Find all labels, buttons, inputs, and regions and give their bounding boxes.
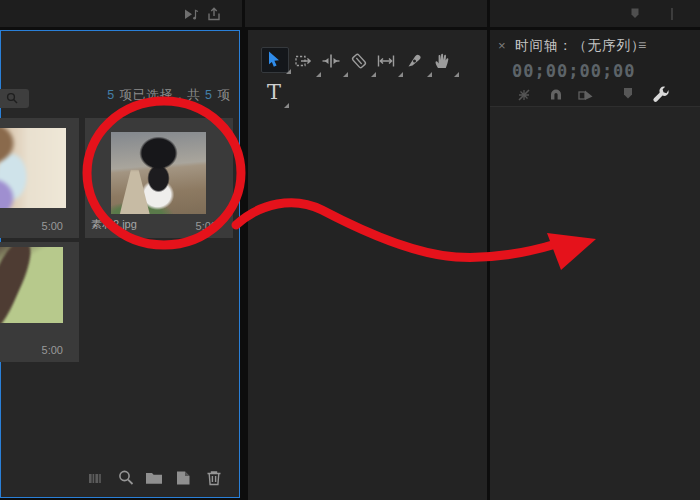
thumbnail-road-photo bbox=[111, 132, 206, 214]
automate-to-sequence-icon[interactable] bbox=[85, 467, 107, 489]
panel-menu-icon[interactable]: ≡ bbox=[638, 37, 646, 53]
selection-arrow-icon bbox=[267, 51, 282, 68]
media-item-sucai2[interactable]: 素材2.jpg5:00 bbox=[85, 118, 233, 238]
media-item-illustration[interactable]: 5:00 bbox=[0, 242, 79, 362]
razor-tool[interactable] bbox=[349, 51, 373, 75]
export-frame-icon[interactable] bbox=[206, 6, 222, 22]
search-icon bbox=[6, 92, 19, 105]
media-duration: 5:00 bbox=[196, 220, 217, 232]
find-icon[interactable] bbox=[115, 467, 137, 489]
pen-tool[interactable] bbox=[405, 51, 429, 75]
hand-tool[interactable] bbox=[432, 51, 456, 75]
play-with-audio-icon[interactable] bbox=[183, 6, 199, 22]
track-select-forward-tool[interactable] bbox=[294, 51, 318, 75]
nest-sequences-icon[interactable] bbox=[514, 85, 534, 105]
type-tool[interactable]: T bbox=[262, 80, 286, 106]
delete-icon[interactable] bbox=[203, 467, 225, 489]
project-panel-footer bbox=[1, 467, 239, 489]
search-input[interactable] bbox=[0, 89, 29, 108]
panel-divider-icon bbox=[668, 6, 684, 22]
add-marker-icon[interactable] bbox=[620, 85, 640, 105]
marker-icon[interactable] bbox=[628, 6, 644, 22]
timeline-track-area[interactable] bbox=[490, 106, 700, 500]
project-panel[interactable]: 5 项已选择，共 5 项 5:00 素材2.jpg5:00 5:00 bbox=[0, 30, 240, 498]
timeline-toolbar bbox=[490, 85, 700, 105]
program-monitor-bottom-strip-left bbox=[245, 0, 487, 27]
new-item-icon[interactable] bbox=[172, 467, 194, 489]
total-count: 5 bbox=[205, 88, 213, 102]
timeline-settings-icon[interactable] bbox=[650, 85, 670, 105]
program-monitor-bottom-strip-right bbox=[490, 0, 700, 27]
thumbnail-illustration-girl bbox=[0, 247, 63, 323]
media-duration: 5:00 bbox=[42, 220, 63, 232]
slip-tool[interactable] bbox=[376, 51, 400, 75]
media-item-cosplay-photo[interactable]: 5:00 bbox=[0, 118, 79, 238]
selection-status-text: 5 项已选择，共 5 项 bbox=[107, 87, 231, 104]
media-filename: 素材2.jpg bbox=[91, 217, 137, 232]
new-bin-icon[interactable] bbox=[143, 467, 165, 489]
timecode-display[interactable]: 00;00;00;00 bbox=[512, 61, 636, 81]
timeline-panel: × 时间轴：（无序列） ≡ 00;00;00;00 bbox=[490, 30, 700, 500]
source-monitor-bottom-strip bbox=[0, 0, 242, 27]
tools-panel: T bbox=[248, 30, 487, 500]
selection-tool[interactable] bbox=[261, 47, 289, 73]
media-duration: 5:00 bbox=[42, 344, 63, 356]
snap-icon[interactable] bbox=[546, 85, 566, 105]
thumbnail-cosplay-photo bbox=[0, 128, 66, 208]
selected-count: 5 bbox=[107, 88, 115, 102]
close-panel-icon[interactable]: × bbox=[498, 38, 506, 53]
timeline-title: 时间轴：（无序列） bbox=[515, 37, 646, 55]
ripple-edit-tool[interactable] bbox=[321, 51, 345, 75]
linked-selection-icon[interactable] bbox=[576, 85, 596, 105]
